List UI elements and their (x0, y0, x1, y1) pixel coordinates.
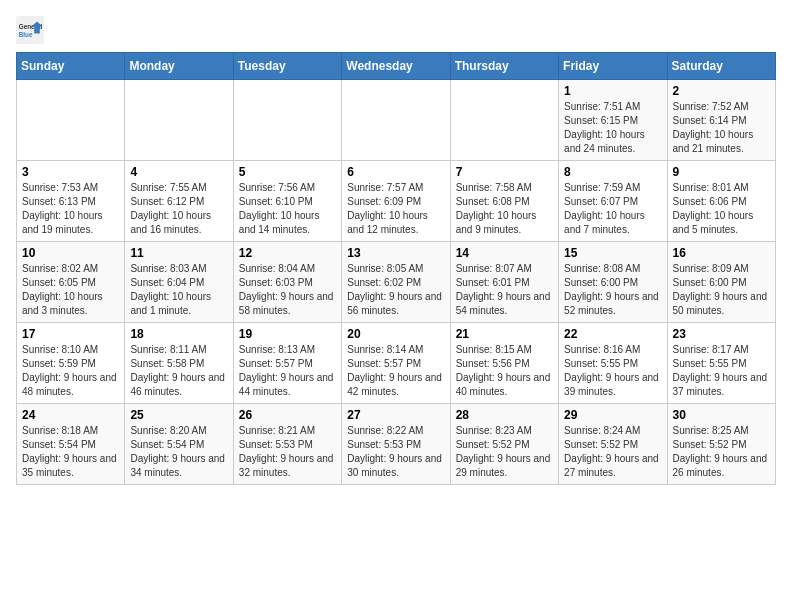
day-number: 28 (456, 408, 553, 422)
day-number: 7 (456, 165, 553, 179)
calendar-cell (233, 80, 341, 161)
calendar-week-row: 24Sunrise: 8:18 AM Sunset: 5:54 PM Dayli… (17, 404, 776, 485)
day-info: Sunrise: 8:05 AM Sunset: 6:02 PM Dayligh… (347, 262, 444, 318)
day-number: 18 (130, 327, 227, 341)
calendar-cell: 26Sunrise: 8:21 AM Sunset: 5:53 PM Dayli… (233, 404, 341, 485)
day-number: 30 (673, 408, 770, 422)
calendar-cell: 14Sunrise: 8:07 AM Sunset: 6:01 PM Dayli… (450, 242, 558, 323)
calendar-cell: 10Sunrise: 8:02 AM Sunset: 6:05 PM Dayli… (17, 242, 125, 323)
day-number: 25 (130, 408, 227, 422)
day-info: Sunrise: 8:01 AM Sunset: 6:06 PM Dayligh… (673, 181, 770, 237)
calendar-cell: 27Sunrise: 8:22 AM Sunset: 5:53 PM Dayli… (342, 404, 450, 485)
day-header-friday: Friday (559, 53, 667, 80)
day-number: 11 (130, 246, 227, 260)
calendar-cell: 15Sunrise: 8:08 AM Sunset: 6:00 PM Dayli… (559, 242, 667, 323)
calendar-cell: 1Sunrise: 7:51 AM Sunset: 6:15 PM Daylig… (559, 80, 667, 161)
calendar-cell: 30Sunrise: 8:25 AM Sunset: 5:52 PM Dayli… (667, 404, 775, 485)
calendar-cell: 3Sunrise: 7:53 AM Sunset: 6:13 PM Daylig… (17, 161, 125, 242)
calendar-cell (125, 80, 233, 161)
day-number: 3 (22, 165, 119, 179)
day-info: Sunrise: 7:57 AM Sunset: 6:09 PM Dayligh… (347, 181, 444, 237)
calendar-cell: 24Sunrise: 8:18 AM Sunset: 5:54 PM Dayli… (17, 404, 125, 485)
day-info: Sunrise: 7:55 AM Sunset: 6:12 PM Dayligh… (130, 181, 227, 237)
day-info: Sunrise: 7:51 AM Sunset: 6:15 PM Dayligh… (564, 100, 661, 156)
day-info: Sunrise: 8:04 AM Sunset: 6:03 PM Dayligh… (239, 262, 336, 318)
calendar-cell: 8Sunrise: 7:59 AM Sunset: 6:07 PM Daylig… (559, 161, 667, 242)
day-number: 26 (239, 408, 336, 422)
day-info: Sunrise: 7:56 AM Sunset: 6:10 PM Dayligh… (239, 181, 336, 237)
day-info: Sunrise: 8:02 AM Sunset: 6:05 PM Dayligh… (22, 262, 119, 318)
calendar-cell: 29Sunrise: 8:24 AM Sunset: 5:52 PM Dayli… (559, 404, 667, 485)
calendar-cell: 28Sunrise: 8:23 AM Sunset: 5:52 PM Dayli… (450, 404, 558, 485)
calendar-cell: 17Sunrise: 8:10 AM Sunset: 5:59 PM Dayli… (17, 323, 125, 404)
day-info: Sunrise: 8:07 AM Sunset: 6:01 PM Dayligh… (456, 262, 553, 318)
day-number: 29 (564, 408, 661, 422)
day-number: 13 (347, 246, 444, 260)
day-number: 9 (673, 165, 770, 179)
day-number: 20 (347, 327, 444, 341)
calendar-cell: 21Sunrise: 8:15 AM Sunset: 5:56 PM Dayli… (450, 323, 558, 404)
calendar-cell: 13Sunrise: 8:05 AM Sunset: 6:02 PM Dayli… (342, 242, 450, 323)
day-number: 24 (22, 408, 119, 422)
day-info: Sunrise: 8:14 AM Sunset: 5:57 PM Dayligh… (347, 343, 444, 399)
calendar-week-row: 10Sunrise: 8:02 AM Sunset: 6:05 PM Dayli… (17, 242, 776, 323)
day-header-wednesday: Wednesday (342, 53, 450, 80)
calendar-cell (17, 80, 125, 161)
calendar-week-row: 3Sunrise: 7:53 AM Sunset: 6:13 PM Daylig… (17, 161, 776, 242)
logo-icon: General Blue (16, 16, 44, 44)
day-number: 23 (673, 327, 770, 341)
day-number: 2 (673, 84, 770, 98)
calendar-cell (450, 80, 558, 161)
calendar-week-row: 17Sunrise: 8:10 AM Sunset: 5:59 PM Dayli… (17, 323, 776, 404)
calendar-cell: 20Sunrise: 8:14 AM Sunset: 5:57 PM Dayli… (342, 323, 450, 404)
day-info: Sunrise: 8:10 AM Sunset: 5:59 PM Dayligh… (22, 343, 119, 399)
day-number: 27 (347, 408, 444, 422)
day-number: 6 (347, 165, 444, 179)
calendar-cell: 2Sunrise: 7:52 AM Sunset: 6:14 PM Daylig… (667, 80, 775, 161)
logo: General Blue (16, 16, 48, 44)
day-info: Sunrise: 8:09 AM Sunset: 6:00 PM Dayligh… (673, 262, 770, 318)
calendar-body: 1Sunrise: 7:51 AM Sunset: 6:15 PM Daylig… (17, 80, 776, 485)
day-number: 1 (564, 84, 661, 98)
day-number: 8 (564, 165, 661, 179)
calendar-cell: 11Sunrise: 8:03 AM Sunset: 6:04 PM Dayli… (125, 242, 233, 323)
day-number: 4 (130, 165, 227, 179)
day-info: Sunrise: 8:15 AM Sunset: 5:56 PM Dayligh… (456, 343, 553, 399)
day-number: 15 (564, 246, 661, 260)
calendar-header-row: SundayMondayTuesdayWednesdayThursdayFrid… (17, 53, 776, 80)
day-header-saturday: Saturday (667, 53, 775, 80)
day-info: Sunrise: 8:17 AM Sunset: 5:55 PM Dayligh… (673, 343, 770, 399)
day-info: Sunrise: 8:20 AM Sunset: 5:54 PM Dayligh… (130, 424, 227, 480)
calendar-cell: 9Sunrise: 8:01 AM Sunset: 6:06 PM Daylig… (667, 161, 775, 242)
calendar-cell: 19Sunrise: 8:13 AM Sunset: 5:57 PM Dayli… (233, 323, 341, 404)
day-number: 14 (456, 246, 553, 260)
calendar-week-row: 1Sunrise: 7:51 AM Sunset: 6:15 PM Daylig… (17, 80, 776, 161)
day-info: Sunrise: 8:24 AM Sunset: 5:52 PM Dayligh… (564, 424, 661, 480)
day-info: Sunrise: 8:08 AM Sunset: 6:00 PM Dayligh… (564, 262, 661, 318)
day-info: Sunrise: 8:25 AM Sunset: 5:52 PM Dayligh… (673, 424, 770, 480)
day-info: Sunrise: 7:59 AM Sunset: 6:07 PM Dayligh… (564, 181, 661, 237)
day-number: 12 (239, 246, 336, 260)
calendar-cell: 4Sunrise: 7:55 AM Sunset: 6:12 PM Daylig… (125, 161, 233, 242)
day-number: 21 (456, 327, 553, 341)
day-info: Sunrise: 8:23 AM Sunset: 5:52 PM Dayligh… (456, 424, 553, 480)
day-info: Sunrise: 8:21 AM Sunset: 5:53 PM Dayligh… (239, 424, 336, 480)
calendar-cell: 6Sunrise: 7:57 AM Sunset: 6:09 PM Daylig… (342, 161, 450, 242)
calendar-table: SundayMondayTuesdayWednesdayThursdayFrid… (16, 52, 776, 485)
calendar-cell: 18Sunrise: 8:11 AM Sunset: 5:58 PM Dayli… (125, 323, 233, 404)
day-number: 10 (22, 246, 119, 260)
day-info: Sunrise: 7:53 AM Sunset: 6:13 PM Dayligh… (22, 181, 119, 237)
day-info: Sunrise: 8:16 AM Sunset: 5:55 PM Dayligh… (564, 343, 661, 399)
day-info: Sunrise: 8:18 AM Sunset: 5:54 PM Dayligh… (22, 424, 119, 480)
calendar-cell: 7Sunrise: 7:58 AM Sunset: 6:08 PM Daylig… (450, 161, 558, 242)
calendar-cell: 25Sunrise: 8:20 AM Sunset: 5:54 PM Dayli… (125, 404, 233, 485)
calendar-cell (342, 80, 450, 161)
day-info: Sunrise: 7:58 AM Sunset: 6:08 PM Dayligh… (456, 181, 553, 237)
day-number: 22 (564, 327, 661, 341)
day-number: 5 (239, 165, 336, 179)
calendar-cell: 22Sunrise: 8:16 AM Sunset: 5:55 PM Dayli… (559, 323, 667, 404)
day-info: Sunrise: 8:11 AM Sunset: 5:58 PM Dayligh… (130, 343, 227, 399)
day-header-monday: Monday (125, 53, 233, 80)
calendar-cell: 23Sunrise: 8:17 AM Sunset: 5:55 PM Dayli… (667, 323, 775, 404)
day-number: 16 (673, 246, 770, 260)
